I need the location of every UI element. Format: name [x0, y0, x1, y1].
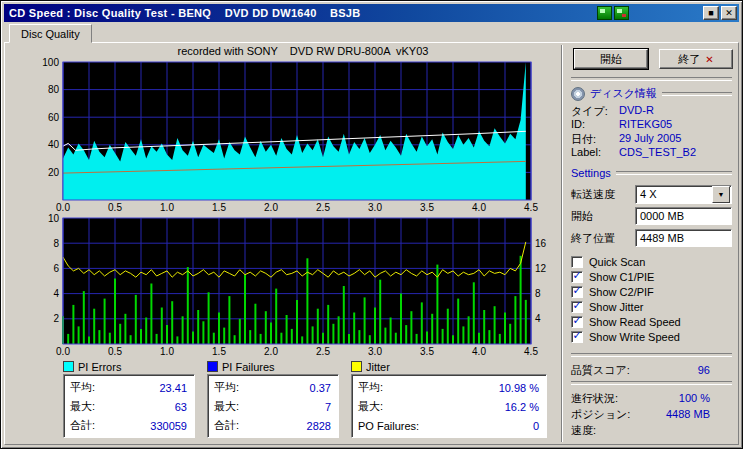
svg-text:3.5: 3.5 [420, 346, 434, 357]
start-position-input[interactable]: 0000 MB [635, 207, 732, 225]
checkbox-quick-scan[interactable]: Quick Scan [571, 254, 736, 269]
start-button[interactable]: 開始 [574, 49, 648, 69]
titlebar-monitor-icon-2[interactable] [614, 6, 629, 20]
minimize-button[interactable]: ■ [703, 6, 719, 20]
position-value: 4488 MB [666, 408, 710, 420]
transfer-speed-select[interactable]: 4 X ▼ [635, 185, 732, 204]
checkbox-icon[interactable]: ✓ [571, 301, 583, 313]
checkbox-label: Show C1/PIE [589, 271, 654, 283]
stat-label: 平均: [214, 380, 239, 395]
checkbox-icon[interactable]: ✓ [571, 331, 583, 343]
transfer-speed-row: 転送速度 4 X ▼ [571, 183, 736, 205]
svg-text:3.5: 3.5 [420, 202, 434, 213]
svg-text:10: 10 [48, 214, 60, 224]
disc-info-header: ディスク情報 [590, 86, 657, 101]
quality-score-row: 品質スコア: 96 [571, 362, 736, 378]
svg-text:100: 100 [42, 58, 59, 68]
checkbox-label: Show C2/PIF [589, 286, 654, 298]
titlebar-monitor-icon-1[interactable] [597, 6, 612, 20]
stat-label: 平均: [358, 380, 383, 395]
stat-label: 最大: [358, 399, 383, 414]
svg-text:0.5: 0.5 [108, 202, 122, 213]
side-panel: 開始 終了 ✕ ディスク情報 タイプ:DVD-R ID:RITEKG05 日付:… [561, 45, 738, 442]
progress-value: 100 % [679, 392, 710, 404]
checkbox-icon[interactable]: ✓ [571, 271, 583, 283]
checkbox-icon[interactable]: ✓ [571, 286, 583, 298]
svg-text:40: 40 [48, 139, 60, 150]
svg-text:12: 12 [535, 263, 547, 274]
disc-info-section-header: ディスク情報 [571, 86, 736, 101]
end-position-input[interactable]: 4489 MB [635, 229, 732, 247]
checkbox-show-read-speed[interactable]: ✓ Show Read Speed [571, 314, 736, 329]
speed-row: 速度: [571, 422, 736, 438]
checkbox-show-jitter[interactable]: ✓ Show Jitter [571, 299, 736, 314]
checkbox-label: Show Write Speed [589, 331, 680, 343]
svg-text:4.0: 4.0 [472, 202, 486, 213]
pi-errors-legend: PI Errors [63, 360, 195, 373]
checkbox-show-c2-pif[interactable]: ✓ Show C2/PIF [571, 284, 736, 299]
pi-errors-legend-label: PI Errors [78, 361, 121, 373]
statistics-row: PI Errors 平均:23.41 最大:63 合計:330059 PI Fa… [63, 360, 561, 438]
svg-text:2.0: 2.0 [264, 346, 278, 357]
stat-label: 最大: [214, 399, 239, 414]
svg-text:1.5: 1.5 [212, 346, 226, 357]
option-checkboxes: Quick Scan ✓ Show C1/PIE ✓ Show C2/PIF ✓… [571, 254, 736, 344]
window-title: CD Speed : Disc Quality Test - BENQ DVD … [9, 7, 597, 19]
close-button[interactable]: ✕ [721, 6, 737, 20]
settings-header: Settings [571, 167, 611, 179]
exit-button[interactable]: 終了 ✕ [659, 49, 733, 69]
checkbox-icon[interactable]: ✓ [571, 316, 583, 328]
stat-label: 平均: [70, 380, 95, 395]
disc-icon [571, 87, 585, 101]
stat-value: 330059 [150, 420, 187, 432]
exit-button-label: 終了 [678, 52, 700, 67]
disc-label-value: CDS_TEST_B2 [619, 146, 696, 159]
jitter-stats: Jitter 平均:10.98 % 最大:16.2 % PO Failures:… [351, 360, 547, 438]
recorded-with-label: recorded with SONY DVD RW DRU-800A vKY03 [9, 45, 561, 58]
progress-label: 進行状況: [571, 391, 679, 406]
check-mark: ✓ [572, 330, 581, 341]
stat-value: 23.41 [159, 382, 187, 394]
svg-text:60: 60 [48, 112, 60, 123]
svg-text:2.0: 2.0 [264, 202, 278, 213]
jitter-stat-box: 平均:10.98 % 最大:16.2 % PO Failures:0 [351, 374, 547, 438]
pi-failures-legend-label: PI Failures [222, 361, 275, 373]
svg-text:1.0: 1.0 [160, 202, 174, 213]
svg-text:0.5: 0.5 [108, 346, 122, 357]
checkbox-show-c1-pie[interactable]: ✓ Show C1/PIE [571, 269, 736, 284]
quality-score-label: 品質スコア: [571, 363, 698, 378]
pi-failures-legend-swatch [207, 361, 218, 372]
tab-strip: Disc Quality [4, 22, 739, 42]
tab-disc-quality[interactable]: Disc Quality [9, 24, 92, 43]
stat-value: 2828 [307, 420, 331, 432]
check-mark: ✓ [572, 315, 581, 326]
jitter-legend-swatch [351, 361, 362, 372]
svg-text:0.0: 0.0 [56, 346, 70, 357]
pi-failures-stats: PI Failures 平均:0.37 最大:7 合計:2828 [207, 360, 339, 438]
svg-text:8: 8 [53, 238, 59, 249]
svg-text:1.0: 1.0 [160, 346, 174, 357]
svg-text:1.5: 1.5 [212, 202, 226, 213]
svg-text:4.5: 4.5 [524, 346, 538, 357]
disc-date-value: 29 July 2005 [619, 132, 681, 145]
svg-text:4: 4 [535, 313, 541, 324]
position-row: ポジション: 4488 MB [571, 406, 736, 422]
checkbox-show-write-speed[interactable]: ✓ Show Write Speed [571, 329, 736, 344]
end-position-label: 終了位置 [571, 231, 635, 246]
disc-type-label: タイプ: [571, 104, 619, 117]
disc-type-value: DVD-R [619, 104, 654, 117]
check-mark: ✓ [572, 270, 581, 281]
jitter-legend: Jitter [351, 360, 547, 373]
speed-label: 速度: [571, 423, 710, 438]
checkbox-icon[interactable] [571, 256, 583, 268]
titlebar[interactable]: CD Speed : Disc Quality Test - BENQ DVD … [4, 4, 739, 22]
chevron-down-icon[interactable]: ▼ [712, 186, 730, 203]
stat-label: PO Failures: [358, 420, 419, 432]
pi-failures-jitter-chart: 2468104812160.00.51.01.52.02.53.03.54.04… [9, 214, 554, 358]
position-label: ポジション: [571, 407, 666, 422]
charts-area: recorded with SONY DVD RW DRU-800A vKY03… [9, 45, 561, 442]
check-mark: ✓ [572, 285, 581, 296]
pi-errors-stats: PI Errors 平均:23.41 最大:63 合計:330059 [63, 360, 195, 438]
disc-id-value: RITEKG05 [619, 118, 672, 131]
end-position-row: 終了位置 4489 MB [571, 227, 736, 249]
